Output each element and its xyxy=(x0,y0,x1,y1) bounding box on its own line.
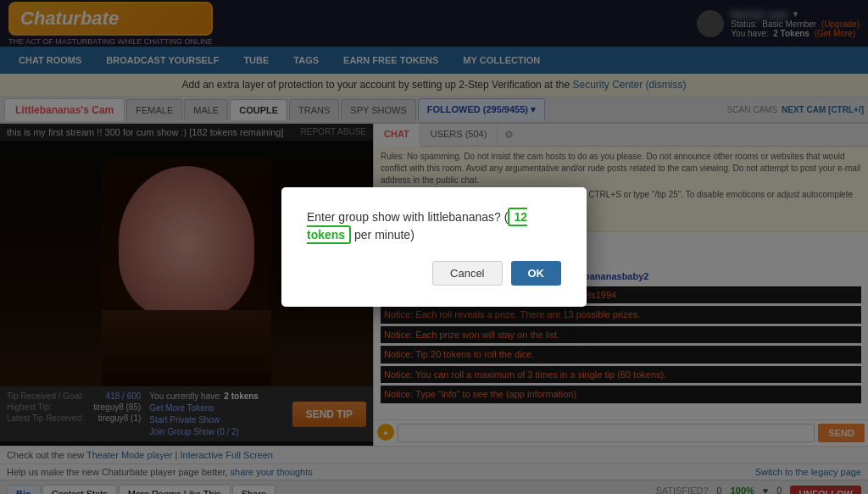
modal-text: Enter group show with littlebananas? (12… xyxy=(307,208,561,244)
modal-text-before: Enter group show with littlebananas? xyxy=(307,210,501,224)
modal-cancel-button[interactable]: Cancel xyxy=(432,261,502,286)
group-show-modal: Enter group show with littlebananas? (12… xyxy=(281,187,587,307)
modal-buttons: Cancel OK xyxy=(307,261,561,286)
modal-overlay: Enter group show with littlebananas? (12… xyxy=(0,0,868,494)
modal-text-after: per minute) xyxy=(354,228,415,241)
modal-ok-button[interactable]: OK xyxy=(511,261,562,286)
